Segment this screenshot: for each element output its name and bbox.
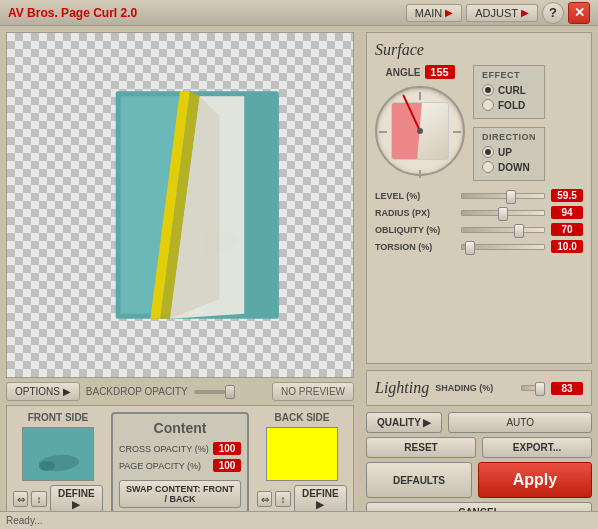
cross-opacity-row: CROSS OPACITY (%) 100: [119, 442, 241, 455]
torsion-label: TORSION (%): [375, 242, 455, 252]
effect-group: EFFECT CURL FOLD: [473, 65, 545, 119]
quality-button[interactable]: QUALITY ▶: [366, 412, 442, 433]
svg-rect-8: [23, 428, 93, 480]
back-thumbnail: [266, 427, 338, 481]
cross-opacity-value: 100: [213, 442, 241, 455]
front-define-button[interactable]: DEFINE ▶: [50, 485, 103, 513]
help-button[interactable]: ?: [542, 2, 564, 24]
preview-area: [6, 32, 354, 378]
close-button[interactable]: ✕: [568, 2, 590, 24]
left-panel: OPTIONS ▶ BACKDROP OPACITY NO PREVIEW FR…: [0, 26, 360, 529]
lighting-top: Lighting SHADING (%) 83: [375, 379, 583, 397]
options-button[interactable]: OPTIONS ▶: [6, 382, 80, 401]
obliquity-slider[interactable]: [461, 227, 545, 233]
dial-tick-180: [419, 170, 421, 178]
up-radio-dot: [485, 149, 491, 155]
radius-value: 94: [551, 206, 583, 219]
status-text: Ready...: [6, 515, 43, 526]
direction-group-label: DIRECTION: [482, 132, 536, 142]
bottom-section: FRONT SIDE ⇔ ↕ DEFINE ▶: [6, 405, 354, 523]
page-opacity-value: 100: [213, 459, 241, 472]
lighting-title: Lighting: [375, 379, 429, 397]
main-arrow-icon: ▶: [445, 7, 453, 18]
down-radio-row[interactable]: DOWN: [482, 161, 536, 173]
level-value: 59.5: [551, 189, 583, 202]
svg-point-10: [39, 461, 55, 471]
curl-label: CURL: [498, 85, 526, 96]
fold-radio[interactable]: [482, 99, 494, 111]
shading-value: 83: [551, 382, 583, 395]
effect-group-label: EFFECT: [482, 70, 536, 80]
curl-radio-row[interactable]: CURL: [482, 84, 536, 96]
torsion-slider-row: TORSION (%) 10.0: [375, 240, 583, 253]
title-bar-right: MAIN ▶ ADJUST ▶ ? ✕: [406, 2, 590, 24]
front-thumbnail-inner: [23, 428, 93, 480]
radius-slider-row: RADIUS (PX) 94: [375, 206, 583, 219]
torsion-value: 10.0: [551, 240, 583, 253]
shading-slider[interactable]: [521, 385, 545, 391]
level-slider-row: LEVEL (%) 59.5: [375, 189, 583, 202]
surface-section: Surface ANGLE 155: [366, 32, 592, 364]
dial-tick-270: [379, 131, 387, 133]
title-bar: AV Bros. Page Curl 2.0 MAIN ▶ ADJUST ▶ ?…: [0, 0, 598, 26]
back-side-label: BACK SIDE: [257, 412, 347, 423]
angle-dial[interactable]: [375, 86, 465, 176]
obliquity-value: 70: [551, 223, 583, 236]
down-radio[interactable]: [482, 161, 494, 173]
radius-thumb: [498, 207, 508, 221]
level-label: LEVEL (%): [375, 191, 455, 201]
dial-center: [417, 128, 423, 134]
torsion-thumb: [465, 241, 475, 255]
page-opacity-label: PAGE OPACITY (%): [119, 461, 209, 471]
export-button[interactable]: EXPORT...: [482, 437, 592, 458]
torsion-slider[interactable]: [461, 244, 545, 250]
front-toggle-button[interactable]: ↕: [31, 491, 46, 507]
radius-slider[interactable]: [461, 210, 545, 216]
shading-thumb: [535, 382, 545, 396]
front-shrink-button[interactable]: ⇔: [13, 491, 28, 507]
page-opacity-row: PAGE OPACITY (%) 100: [119, 459, 241, 472]
main-nav-button[interactable]: MAIN ▶: [406, 4, 463, 22]
status-bar: Ready...: [0, 511, 598, 529]
main-content: OPTIONS ▶ BACKDROP OPACITY NO PREVIEW FR…: [0, 26, 598, 529]
up-radio[interactable]: [482, 146, 494, 158]
adjust-arrow-icon: ▶: [521, 7, 529, 18]
backdrop-thumb: [225, 385, 235, 399]
no-preview-button[interactable]: NO PREVIEW: [272, 382, 354, 401]
angle-row: ANGLE 155: [386, 65, 455, 79]
direction-group: DIRECTION UP DOWN: [473, 127, 545, 181]
effect-direction: EFFECT CURL FOLD DIRECTI: [473, 65, 545, 181]
content-title: Content: [119, 420, 241, 436]
cross-opacity-label: CROSS OPACITY (%): [119, 444, 209, 454]
shading-label: SHADING (%): [435, 383, 515, 393]
defaults-button[interactable]: DEFAULTS: [366, 462, 472, 498]
surface-title: Surface: [375, 41, 583, 59]
front-side-panel: FRONT SIDE ⇔ ↕ DEFINE ▶: [13, 412, 103, 513]
obliquity-label: OBLIQUITY (%): [375, 225, 455, 235]
right-panel: Surface ANGLE 155: [360, 26, 598, 529]
back-shrink-button[interactable]: ⇔: [257, 491, 272, 507]
adjust-nav-button[interactable]: ADJUST ▶: [466, 4, 538, 22]
dial-container: ANGLE 155: [375, 65, 465, 181]
apply-button[interactable]: Apply: [478, 462, 592, 498]
up-label: UP: [498, 147, 512, 158]
fold-radio-row[interactable]: FOLD: [482, 99, 536, 111]
controls-bar: OPTIONS ▶ BACKDROP OPACITY NO PREVIEW: [6, 378, 354, 405]
down-label: DOWN: [498, 162, 530, 173]
swap-button[interactable]: SWAP CONTENT: FRONT / BACK: [119, 480, 241, 508]
level-slider[interactable]: [461, 193, 545, 199]
up-radio-row[interactable]: UP: [482, 146, 536, 158]
right-bottom-buttons: QUALITY ▶ AUTO RESET EXPORT... DEFAULTS …: [366, 412, 592, 523]
backdrop-slider[interactable]: [194, 390, 266, 394]
front-thumbnail: [22, 427, 94, 481]
auto-button[interactable]: AUTO: [448, 412, 592, 433]
curl-radio-dot: [485, 87, 491, 93]
back-thumbnail-content: [267, 428, 337, 480]
backdrop-label: BACKDROP OPACITY: [86, 386, 188, 397]
content-section: Content CROSS OPACITY (%) 100 PAGE OPACI…: [111, 412, 249, 516]
back-define-button[interactable]: DEFINE ▶: [294, 485, 347, 513]
surface-top: ANGLE 155: [375, 65, 583, 181]
curl-radio[interactable]: [482, 84, 494, 96]
reset-button[interactable]: RESET: [366, 437, 476, 458]
back-toggle-button[interactable]: ↕: [275, 491, 290, 507]
